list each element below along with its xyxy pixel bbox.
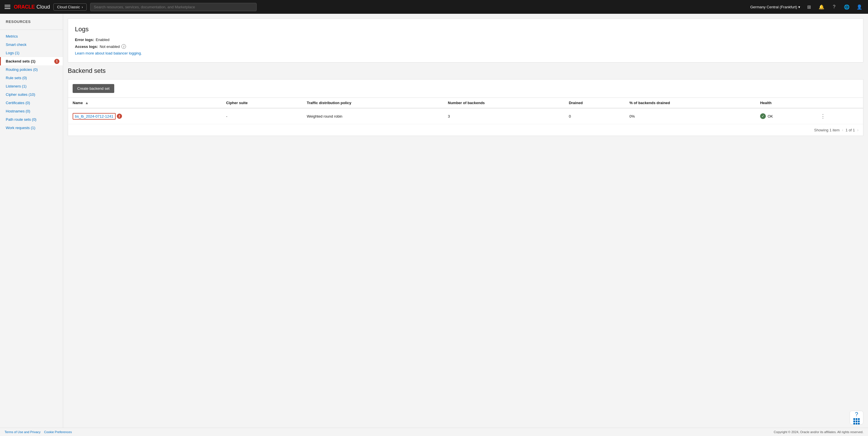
actions-cell: ⋮: [813, 108, 863, 124]
col-header-health: Health: [755, 98, 813, 108]
health-ok-icon: ✓: [760, 113, 766, 119]
create-backend-set-button[interactable]: Create backend set: [73, 84, 114, 93]
sidebar-item-metrics[interactable]: Metrics: [0, 32, 63, 40]
backend-sets-title: Backend sets: [68, 67, 863, 75]
table-footer: Showing 1 item ‹ 1 of 1 ›: [68, 124, 863, 136]
help-fab-icon: ?: [855, 411, 858, 417]
footer: Terms of Use and Privacy Cookie Preferen…: [0, 428, 868, 436]
prev-page-button[interactable]: ‹: [842, 128, 843, 132]
sidebar-item-rule-sets[interactable]: Rule sets (0): [0, 74, 63, 82]
sidebar-resources-title: Resources: [0, 20, 63, 27]
pct-drained-cell: 0%: [625, 108, 756, 124]
sidebar-item-routing-policies[interactable]: Routing policies (0): [0, 65, 63, 74]
hamburger-menu[interactable]: [5, 5, 10, 9]
oracle-wordmark: ORACLE: [14, 4, 35, 10]
access-logs-label: Access logs:: [75, 44, 98, 49]
sidebar-item-listeners[interactable]: Listeners (1): [0, 82, 63, 90]
notifications-icon[interactable]: 🔔: [817, 3, 826, 11]
topnav-right-actions: Germany Central (Frankfurt) ▾ ⊞ 🔔 ? 🌐 👤: [750, 3, 863, 11]
error-logs-row: Error logs: Enabled: [75, 38, 856, 42]
logs-title: Logs: [75, 26, 856, 33]
health-ok-label: OK: [768, 114, 773, 119]
access-logs-value: Not enabled: [100, 44, 120, 49]
cloud-wordmark: Cloud: [36, 4, 50, 10]
row-badge: 2: [117, 113, 122, 119]
sidebar-item-cipher-suites[interactable]: Cipher suites (10): [0, 90, 63, 99]
backend-sets-toolbar: Create backend set: [68, 79, 863, 98]
top-navigation: ORACLE Cloud Cloud Classic › Germany Cen…: [0, 0, 868, 14]
backend-sets-card: Create backend set Name ▲ Cipher suite T…: [68, 79, 863, 136]
showing-label: Showing 1 item: [814, 128, 840, 132]
col-header-name[interactable]: Name ▲: [68, 98, 222, 108]
sidebar-item-backend-sets[interactable]: Backend sets (1) 1: [0, 57, 63, 65]
col-header-pct-drained: % of backends drained: [625, 98, 756, 108]
sidebar-item-logs[interactable]: Logs (1): [0, 49, 63, 57]
cipher-suite-cell: -: [222, 108, 302, 124]
backend-sets-section: Backend sets Create backend set Name ▲ C…: [68, 67, 863, 136]
sidebar: Resources Metrics Smart check Logs (1) B…: [0, 14, 63, 436]
access-logs-row: Access logs: Not enabled i: [75, 44, 856, 49]
help-fab-grid: [854, 418, 860, 425]
footer-copyright: Copyright © 2024, Oracle and/or its affi…: [774, 430, 863, 434]
health-cell: ✓ OK: [755, 108, 813, 124]
traffic-policy-cell: Weighted round robin: [302, 108, 443, 124]
col-header-drained: Drained: [564, 98, 625, 108]
terms-link[interactable]: Terms of Use and Privacy: [5, 430, 40, 434]
error-logs-label: Error logs:: [75, 38, 94, 42]
col-header-actions: [813, 98, 863, 108]
sidebar-divider: [0, 30, 63, 30]
error-logs-value: Enabled: [96, 38, 110, 42]
col-header-traffic-policy: Traffic distribution policy: [302, 98, 443, 108]
table-row: bs_lb_2024-0712-1241 2 - Weighted round …: [68, 108, 863, 124]
footer-left: Terms of Use and Privacy Cookie Preferen…: [5, 430, 72, 434]
help-fab-button[interactable]: ?: [849, 411, 863, 425]
next-page-button[interactable]: ›: [857, 128, 859, 132]
sidebar-item-hostnames[interactable]: Hostnames (0): [0, 107, 63, 115]
access-logs-info-icon[interactable]: i: [121, 44, 126, 49]
oracle-logo: ORACLE Cloud: [14, 4, 50, 10]
backend-set-name-link[interactable]: bs_lb_2024-0712-1241: [75, 114, 113, 119]
sidebar-item-certificates[interactable]: Certificates (0): [0, 99, 63, 107]
cloud-classic-button[interactable]: Cloud Classic ›: [53, 3, 87, 11]
search-input[interactable]: [90, 3, 257, 11]
help-icon[interactable]: ?: [830, 3, 838, 11]
user-avatar[interactable]: 👤: [856, 3, 863, 11]
num-backends-cell: 3: [443, 108, 564, 124]
backend-sets-table: Name ▲ Cipher suite Traffic distribution…: [68, 98, 863, 124]
sidebar-item-smart-check[interactable]: Smart check: [0, 40, 63, 49]
terminal-icon[interactable]: ⊞: [805, 3, 813, 11]
sidebar-item-path-route-sets[interactable]: Path route sets (0): [0, 115, 63, 124]
region-selector[interactable]: Germany Central (Frankfurt) ▾: [750, 5, 800, 9]
page-label: 1 of 1: [846, 128, 855, 132]
row-actions-button[interactable]: ⋮: [818, 112, 828, 121]
drained-cell: 0: [564, 108, 625, 124]
col-header-num-backends: Number of backends: [443, 98, 564, 108]
logs-section: Logs Error logs: Enabled Access logs: No…: [68, 19, 863, 63]
learn-more-link[interactable]: Learn more about load balancer logging.: [75, 51, 142, 55]
main-content: Logs Error logs: Enabled Access logs: No…: [63, 14, 868, 436]
sidebar-item-work-requests[interactable]: Work requests (1): [0, 124, 63, 132]
cookie-preferences-link[interactable]: Cookie Preferences: [44, 430, 72, 434]
name-sort-arrow: ▲: [85, 101, 89, 105]
col-header-cipher-suite: Cipher suite: [222, 98, 302, 108]
globe-icon[interactable]: 🌐: [843, 3, 851, 11]
backend-sets-badge: 1: [54, 59, 59, 64]
name-cell: bs_lb_2024-0712-1241 2: [68, 108, 222, 124]
